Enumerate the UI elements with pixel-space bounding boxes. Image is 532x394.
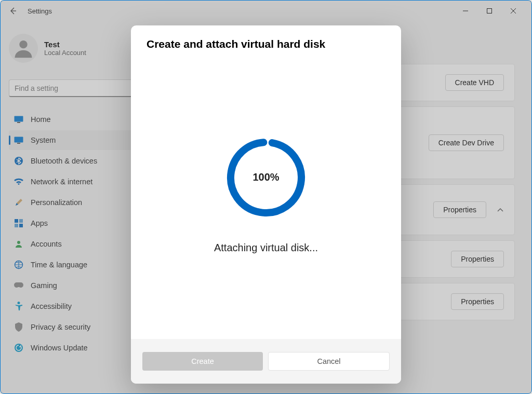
- progress-ring: 100%: [224, 136, 308, 219]
- svg-point-18: [225, 137, 307, 219]
- create-vhd-dialog: Create and attach virtual hard disk 100%…: [131, 25, 401, 384]
- dialog-title: Create and attach virtual hard disk: [147, 38, 385, 50]
- create-button[interactable]: Create: [142, 352, 263, 371]
- dialog-status: Attaching virtual disk...: [214, 242, 318, 254]
- progress-ring-icon: [224, 136, 308, 219]
- cancel-button[interactable]: Cancel: [268, 352, 390, 371]
- modal-overlay: Create and attach virtual hard disk 100%…: [1, 1, 531, 393]
